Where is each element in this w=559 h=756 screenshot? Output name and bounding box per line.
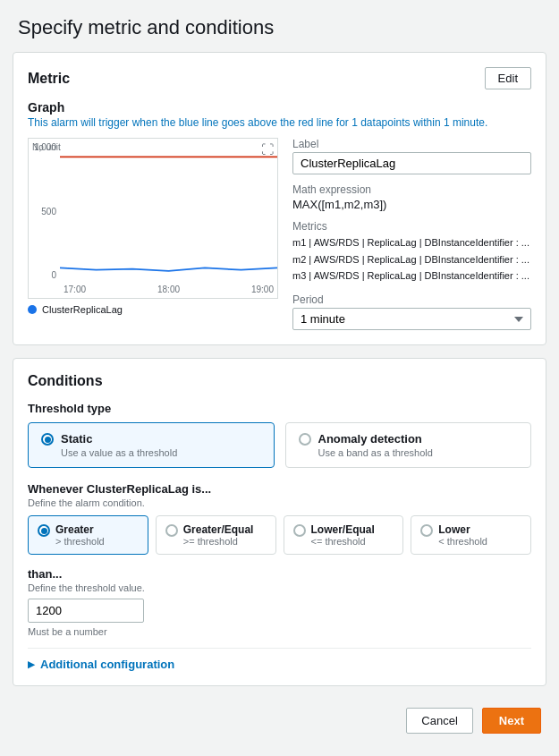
label-field-label: Label xyxy=(292,138,531,150)
threshold-anomaly-desc: Use a band as a threshold xyxy=(318,447,433,458)
threshold-anomaly-title: Anomaly detection xyxy=(318,432,433,446)
edit-button[interactable]: Edit xyxy=(485,67,531,89)
graph-y-axis: 1,000 500 0 xyxy=(29,139,60,280)
condition-greater-equal-desc: >= threshold xyxy=(183,536,254,547)
than-label: than... xyxy=(28,567,531,581)
graph-label: Graph xyxy=(28,100,531,115)
additional-config[interactable]: ▶ Additional configuration xyxy=(28,648,531,671)
radio-greater-inner xyxy=(41,528,47,534)
condition-greater-desc: > threshold xyxy=(55,536,105,547)
condition-lower-equal-title: Lower/Equal xyxy=(311,523,375,536)
radio-static-inner xyxy=(45,437,51,443)
graph-plot xyxy=(60,139,277,280)
x-label-17: 17:00 xyxy=(64,285,86,294)
condition-greater-title: Greater xyxy=(55,523,105,536)
cancel-button[interactable]: Cancel xyxy=(406,708,472,734)
whenever-label: Whenever ClusterReplicaLag is... xyxy=(28,482,531,496)
radio-greater-equal xyxy=(165,524,178,537)
condition-option-lower[interactable]: Lower < threshold xyxy=(411,515,531,555)
graph-info: Label Math expression MAX([m1,m2,m3]) Me… xyxy=(292,138,531,330)
page-title: Specify metric and conditions xyxy=(0,0,559,52)
metrics-label: Metrics xyxy=(292,220,531,233)
legend-dot xyxy=(28,305,37,314)
whenever-sublabel: Define the alarm condition. xyxy=(28,497,531,508)
math-expr-value: MAX([m1,m2,m3]) xyxy=(292,198,531,211)
graph-subtitle: This alarm will trigger when the blue li… xyxy=(28,116,531,129)
radio-static xyxy=(41,433,54,446)
metric-section-title: Metric xyxy=(28,71,70,87)
threshold-static-desc: Use a value as a threshold xyxy=(61,447,177,458)
condition-lower-equal-desc: <= threshold xyxy=(311,536,375,547)
y-label-1000: 1,000 xyxy=(34,142,56,152)
graph-area: No unit ⛶ 1,000 500 0 17:00 xyxy=(28,138,278,299)
than-input[interactable] xyxy=(28,599,144,623)
x-label-19: 19:00 xyxy=(251,285,274,294)
threshold-anomaly-text: Anomaly detection Use a band as a thresh… xyxy=(318,432,433,458)
radio-lower-equal xyxy=(293,524,306,537)
radio-anomaly xyxy=(299,433,311,446)
condition-lower-desc: < threshold xyxy=(438,536,487,547)
condition-row: Greater > threshold Greater/Equal >= thr… xyxy=(28,515,531,555)
y-label-500: 500 xyxy=(41,207,56,217)
metrics-list: m1 | AWS/RDS | ReplicaLag | DBInstanceId… xyxy=(292,234,531,285)
threshold-type-row: Static Use a value as a threshold Anomal… xyxy=(28,422,531,468)
graph-svg xyxy=(60,139,277,280)
condition-option-lower-equal[interactable]: Lower/Equal <= threshold xyxy=(284,515,404,555)
label-input[interactable] xyxy=(292,152,531,174)
metric-card: Metric Edit Graph This alarm will trigge… xyxy=(13,52,546,345)
chevron-right-icon: ▶ xyxy=(28,659,35,669)
next-button[interactable]: Next xyxy=(482,708,541,734)
radio-lower xyxy=(420,524,433,537)
metric-item-m1: m1 | AWS/RDS | ReplicaLag | DBInstanceId… xyxy=(292,234,531,251)
graph-container: No unit ⛶ 1,000 500 0 17:00 xyxy=(28,138,278,330)
than-sublabel: Define the threshold value. xyxy=(28,582,531,593)
threshold-static-title: Static xyxy=(61,432,177,446)
graph-legend: ClusterReplicaLag xyxy=(28,304,278,315)
metric-item-m3: m3 | AWS/RDS | ReplicaLag | DBInstanceId… xyxy=(292,268,531,285)
threshold-type-label: Threshold type xyxy=(28,402,531,415)
condition-lower-title: Lower xyxy=(438,523,487,536)
metric-section-header: Metric Edit xyxy=(28,67,531,89)
condition-greater-equal-title: Greater/Equal xyxy=(183,523,254,536)
graph-and-info: No unit ⛶ 1,000 500 0 17:00 xyxy=(28,138,531,330)
period-label: Period xyxy=(292,293,531,306)
condition-option-greater-equal[interactable]: Greater/Equal >= threshold xyxy=(156,515,276,555)
legend-label: ClusterReplicaLag xyxy=(42,304,123,315)
additional-config-label: Additional configuration xyxy=(40,658,174,671)
threshold-static-text: Static Use a value as a threshold xyxy=(61,432,177,458)
math-expr-label: Math expression xyxy=(292,183,531,196)
condition-greater-text: Greater > threshold xyxy=(55,523,105,547)
graph-x-axis: 17:00 18:00 19:00 xyxy=(60,280,277,298)
conditions-section-title: Conditions xyxy=(28,373,531,389)
footer: Cancel Next xyxy=(0,699,559,743)
x-label-18: 18:00 xyxy=(157,285,180,294)
condition-lower-text: Lower < threshold xyxy=(438,523,487,547)
condition-lower-equal-text: Lower/Equal <= threshold xyxy=(311,523,375,547)
radio-greater xyxy=(38,524,50,537)
period-select[interactable]: 1 minute 5 minutes 10 minutes 30 minutes… xyxy=(292,308,531,330)
y-label-0: 0 xyxy=(51,270,56,280)
conditions-card: Conditions Threshold type Static Use a v… xyxy=(13,358,546,686)
condition-greater-equal-text: Greater/Equal >= threshold xyxy=(183,523,254,547)
threshold-option-anomaly[interactable]: Anomaly detection Use a band as a thresh… xyxy=(285,422,532,468)
threshold-option-static[interactable]: Static Use a value as a threshold xyxy=(28,422,275,468)
condition-option-greater[interactable]: Greater > threshold xyxy=(28,515,148,555)
than-hint: Must be a number xyxy=(28,626,531,637)
metric-item-m2: m2 | AWS/RDS | ReplicaLag | DBInstanceId… xyxy=(292,251,531,268)
